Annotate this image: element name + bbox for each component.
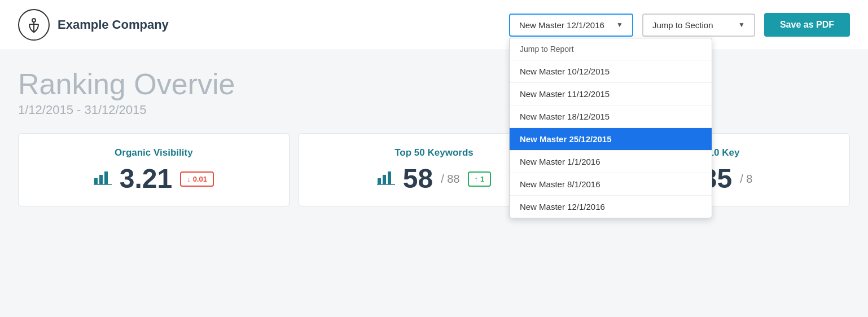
dropdown-item-1[interactable]: New Master 11/12/2015 bbox=[510, 83, 712, 105]
dropdown-item-2[interactable]: New Master 18/12/2015 bbox=[510, 105, 712, 128]
jump-section-dropdown-trigger[interactable]: Jump to Section ▼ bbox=[642, 14, 755, 37]
dropdown-item-0[interactable]: New Master 10/12/2015 bbox=[510, 60, 712, 83]
logo-area: Example Company bbox=[18, 9, 169, 41]
report-dropdown-trigger[interactable]: New Master 12/1/2016 ▼ bbox=[509, 14, 633, 37]
svg-rect-4 bbox=[99, 175, 103, 184]
header: Example Company New Master 12/1/2016 ▼ J… bbox=[0, 0, 868, 50]
dropdown-item-4[interactable]: New Master 1/1/2016 bbox=[510, 151, 712, 173]
anchor-icon bbox=[24, 15, 43, 34]
svg-rect-9 bbox=[388, 171, 391, 184]
svg-point-0 bbox=[32, 19, 36, 22]
jump-section-arrow-icon: ▼ bbox=[738, 21, 745, 29]
chart-bar-icon-2 bbox=[377, 169, 395, 189]
svg-rect-5 bbox=[104, 171, 108, 184]
report-dropdown-menu: Jump to Report New Master 10/12/2015 New… bbox=[509, 38, 712, 218]
page-title: Ranking Overvie bbox=[18, 68, 850, 100]
jump-section-value: Jump to Section bbox=[652, 20, 713, 30]
card-top10-sub: / 8 bbox=[740, 173, 752, 186]
report-dropdown-value: New Master 12/1/2016 bbox=[519, 20, 604, 30]
card-organic-visibility-title: Organic Visibility bbox=[115, 147, 193, 158]
card-top50-values: 58 / 88 1 bbox=[377, 165, 491, 192]
chart-bar-icon-1 bbox=[94, 169, 112, 189]
dropdown-item-6[interactable]: New Master 12/1/2016 bbox=[510, 196, 712, 218]
svg-rect-8 bbox=[383, 175, 386, 184]
report-dropdown-arrow-icon: ▼ bbox=[616, 21, 623, 29]
logo-circle bbox=[18, 9, 50, 41]
jump-section-dropdown-wrapper: Jump to Section ▼ bbox=[642, 14, 755, 37]
main-content: Ranking Overvie 1/12/2015 - 31/12/2015 O… bbox=[0, 50, 868, 220]
card-organic-visibility-values: 3.21 0.01 bbox=[94, 165, 214, 192]
card-organic-visibility-badge: 0.01 bbox=[180, 171, 214, 187]
card-organic-visibility-number: 3.21 bbox=[120, 165, 172, 192]
badge-value-2: 1 bbox=[480, 175, 484, 183]
save-pdf-button[interactable]: Save as PDF bbox=[764, 13, 850, 37]
card-top50-sub: / 88 bbox=[441, 173, 459, 186]
dropdown-item-3-selected[interactable]: New Master 25/12/2015 bbox=[510, 128, 712, 151]
cards-row: Organic Visibility 3.21 0.01 bbox=[18, 133, 850, 206]
card-organic-visibility: Organic Visibility 3.21 0.01 bbox=[18, 133, 290, 206]
header-controls: New Master 12/1/2016 ▼ Jump to Report Ne… bbox=[509, 13, 850, 37]
card-top50-number: 58 bbox=[403, 165, 433, 192]
company-name: Example Company bbox=[58, 17, 169, 32]
svg-rect-7 bbox=[378, 178, 381, 184]
date-range: 1/12/2015 - 31/12/2015 bbox=[18, 103, 850, 117]
dropdown-item-jump-report[interactable]: Jump to Report bbox=[510, 38, 712, 60]
card-top50-badge: 1 bbox=[468, 171, 492, 187]
badge-value-1: 0.01 bbox=[193, 175, 207, 183]
dropdown-item-5[interactable]: New Master 8/1/2016 bbox=[510, 173, 712, 196]
card-top50-title: Top 50 Keywords bbox=[394, 147, 474, 158]
badge-up-arrow-icon bbox=[475, 175, 479, 183]
report-dropdown-wrapper: New Master 12/1/2016 ▼ Jump to Report Ne… bbox=[509, 14, 633, 37]
svg-rect-3 bbox=[94, 178, 98, 184]
badge-down-arrow-icon bbox=[187, 175, 191, 183]
